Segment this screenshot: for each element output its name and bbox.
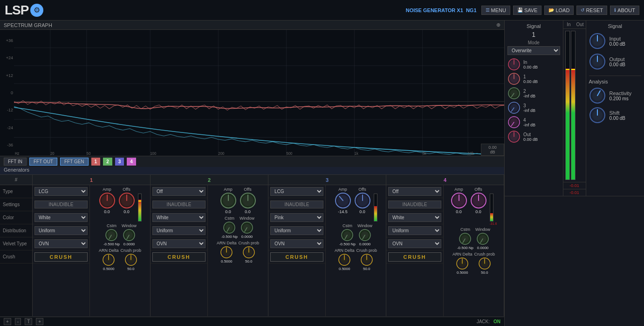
input-knob[interactable] bbox=[589, 33, 606, 49]
save-button[interactable]: 💾 SAVE bbox=[513, 6, 542, 15]
channel-2-button[interactable]: 2 bbox=[103, 158, 112, 166]
out-label: Out bbox=[575, 21, 586, 29]
gen-ch3-amp-knob[interactable] bbox=[335, 192, 351, 209]
gen-ch2-arn-knob[interactable] bbox=[220, 246, 233, 259]
gen-ch4-amp-knob[interactable] bbox=[451, 192, 467, 209]
gen-ch1-type-select[interactable]: LCGOffMLS bbox=[34, 187, 88, 196]
remove-button[interactable]: - bbox=[15, 318, 21, 325]
gen-ch2-color-select[interactable]: WhitePink bbox=[152, 213, 206, 222]
gen-ch2-crushprob-knob-container: Crush prob 50.0 bbox=[238, 241, 259, 264]
gen-ch2-offs-knob[interactable] bbox=[240, 192, 256, 209]
spectrum-zoom-icon[interactable]: ⊕ bbox=[496, 22, 500, 28]
fft-out-button[interactable]: FFT OUT bbox=[29, 158, 57, 166]
gen-ch2-knobs: Amp 0.0 Off bbox=[207, 185, 268, 316]
svg-text:50: 50 bbox=[87, 152, 91, 156]
gen-ch3-crush-row: CRUSH bbox=[268, 250, 325, 264]
gen-ch3-arn-knob-container: ARN Delta 0.5000 bbox=[335, 248, 355, 271]
gen-ch1-inaudible-btn[interactable]: INAUDIBLE bbox=[34, 201, 88, 208]
channel-1-button[interactable]: 1 bbox=[91, 158, 101, 166]
load-button[interactable]: 📂 LOAD bbox=[544, 6, 574, 15]
fft-in-button[interactable]: FFT IN bbox=[4, 158, 27, 166]
gen-ch3-velvet-select[interactable]: OVNTRN bbox=[270, 239, 323, 248]
signal-1-knob[interactable] bbox=[507, 72, 521, 85]
output-knob[interactable] bbox=[589, 53, 606, 70]
channel-4-button[interactable]: 4 bbox=[127, 158, 136, 166]
gen-ch1-color-row: WhitePinkBrown bbox=[33, 211, 89, 224]
input-value: 0.00 dB bbox=[610, 42, 625, 47]
gen-ch3-inaudible-btn[interactable]: INAUDIBLE bbox=[270, 201, 323, 208]
gen-ch1-arn-knob-container: ARN Delta 0.5000 bbox=[99, 248, 119, 271]
gen-ch4-dist-select[interactable]: UniformGaussian bbox=[388, 226, 441, 235]
fft-gen-button[interactable]: FFT GEN bbox=[60, 158, 89, 166]
gen-ch2-amp-knob[interactable] bbox=[220, 192, 237, 209]
gen-ch3-offs-knob[interactable] bbox=[354, 192, 371, 209]
gen-ch2-type-select[interactable]: OffLCGMLS bbox=[152, 187, 206, 196]
gen-ch4-velvet-select[interactable]: OVNTRN bbox=[388, 239, 441, 248]
gen-ch4-type-select[interactable]: OffLCG bbox=[388, 187, 441, 196]
gen-ch2-dist-row: UniformGaussian bbox=[151, 224, 207, 237]
gen-ch1-amp-knob[interactable] bbox=[99, 192, 116, 209]
gen-ch3-crush-btn[interactable]: CRUSH bbox=[270, 252, 323, 262]
gen-ch1-color-select[interactable]: WhitePinkBrown bbox=[34, 213, 88, 222]
gen-ch4-settings-row: INAUDIBLE bbox=[386, 198, 443, 211]
logo-text: LSP bbox=[5, 3, 28, 18]
signal-out-knob[interactable] bbox=[507, 130, 521, 143]
gen-ch1-velvet-select[interactable]: OVNTRN bbox=[34, 239, 88, 248]
gen-ch3-cstm-knob[interactable] bbox=[341, 229, 354, 242]
spectrum-area: SPECTRUM GRAPH ⊕ +36 +24 +12 0 -12 -24 -… bbox=[0, 21, 504, 165]
gen-ch3-dist-select[interactable]: UniformGaussian bbox=[270, 226, 323, 235]
gen-ch3-crushprob-knob[interactable] bbox=[360, 253, 373, 266]
about-button[interactable]: ℹ ABOUT bbox=[610, 6, 639, 15]
gen-ch2-velvet-select[interactable]: OVNTRN bbox=[152, 239, 206, 248]
gen-ch4-offs-knob[interactable] bbox=[470, 192, 487, 209]
gen-ch1-offs-knob[interactable] bbox=[118, 192, 135, 209]
channel-3-button[interactable]: 3 bbox=[115, 158, 124, 166]
gen-ch2-offs-knob-container: Offs 0.0 bbox=[240, 187, 256, 214]
add-button[interactable]: + bbox=[4, 318, 11, 325]
gen-ch2-amp-knob-container: Amp 0.0 bbox=[220, 187, 237, 214]
gen-ch4-amp-knob-container: Amp 0.0 bbox=[451, 187, 467, 225]
reset-button[interactable]: ↺ RESET bbox=[576, 6, 607, 15]
gen-ch2-inaudible-btn[interactable]: INAUDIBLE bbox=[152, 201, 206, 208]
gen-ch1-arn-knob[interactable] bbox=[102, 253, 115, 266]
signal-3-knob[interactable] bbox=[507, 101, 521, 114]
menu-button[interactable]: ☰ MENU bbox=[481, 6, 510, 15]
logo-gear: ⚙ bbox=[30, 4, 43, 17]
gen-ch4-arn-knob[interactable] bbox=[456, 257, 469, 270]
gen-ch3-color-select[interactable]: PinkWhite bbox=[270, 213, 323, 222]
gen-ch2-cstm-knob[interactable] bbox=[223, 221, 236, 234]
t-button[interactable]: T bbox=[25, 318, 32, 325]
load-icon: 📂 bbox=[548, 7, 554, 13]
signal-4-knob[interactable] bbox=[507, 116, 521, 129]
add2-button[interactable]: + bbox=[36, 318, 43, 325]
gen-ch2-window-knob[interactable] bbox=[240, 221, 253, 234]
gen-ch4-header: 4 bbox=[386, 175, 504, 185]
gen-channel-4: 4 OffLCG INAUDIBLE bbox=[386, 175, 504, 316]
gen-ch4-color-select[interactable]: WhitePink bbox=[388, 213, 441, 222]
gen-ch2-crush-btn[interactable]: CRUSH bbox=[152, 252, 206, 262]
gen-ch3-type-select[interactable]: LCGOff bbox=[270, 187, 323, 196]
gen-ch1-dist-select[interactable]: UniformGaussian bbox=[34, 226, 88, 235]
gen-ch3-arn-knob[interactable] bbox=[338, 253, 351, 266]
gen-ch1-crush-btn[interactable]: CRUSH bbox=[34, 252, 88, 262]
gen-ch4-cstm-knob[interactable] bbox=[459, 232, 472, 245]
signal-in-knob[interactable] bbox=[507, 58, 521, 71]
svg-text:200: 200 bbox=[218, 152, 224, 156]
gen-ch3-window-knob[interactable] bbox=[358, 229, 371, 242]
signal-2-knob[interactable] bbox=[507, 87, 521, 100]
shift-knob[interactable] bbox=[589, 107, 606, 124]
gen-ch1-crushprob-knob[interactable] bbox=[124, 253, 137, 266]
reactivity-knob[interactable] bbox=[589, 87, 606, 104]
gen-ch2-dist-select[interactable]: UniformGaussian bbox=[152, 226, 206, 235]
gen-ch1-window-knob[interactable] bbox=[123, 229, 136, 242]
gen-ch4-crushprob-knob[interactable] bbox=[478, 257, 491, 270]
signal-mode-select[interactable]: OverwriteAddMix bbox=[507, 46, 560, 55]
gen-ch4-inaudible-btn[interactable]: INAUDIBLE bbox=[388, 201, 441, 208]
gen-ch2-crushprob-knob[interactable] bbox=[242, 246, 255, 259]
signal-section: Signal 1 Mode OverwriteAddMix bbox=[505, 21, 644, 196]
gen-ch1-cstm-knob[interactable] bbox=[105, 229, 118, 242]
gen-ch3-window-knob-container: Window 0.0000 bbox=[357, 223, 372, 246]
gen-ch4-crush-btn[interactable]: CRUSH bbox=[388, 252, 441, 262]
signal-in-row: In 0.00 dB bbox=[507, 58, 560, 71]
gen-ch4-window-knob[interactable] bbox=[476, 232, 489, 245]
